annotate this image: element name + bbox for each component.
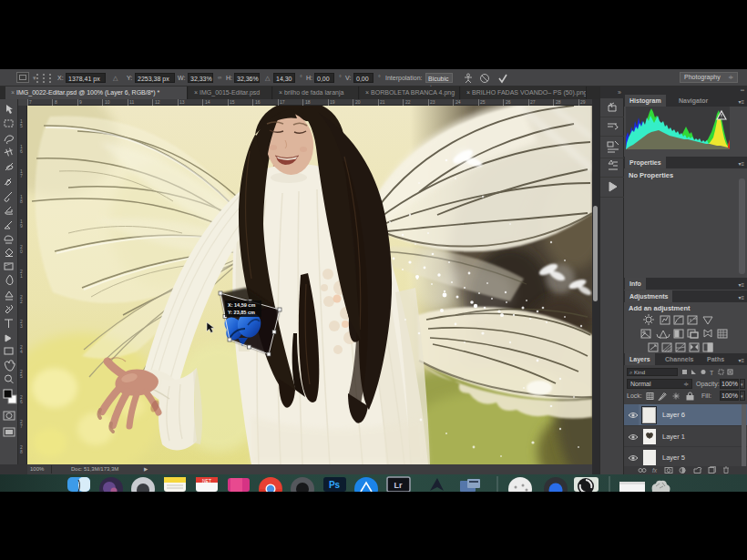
svg-text:T: T bbox=[710, 370, 714, 376]
svg-text:Lr: Lr bbox=[394, 481, 403, 490]
svg-text:X: 14,59 cm: X: 14,59 cm bbox=[228, 302, 255, 308]
svg-text:Ps: Ps bbox=[329, 480, 341, 490]
svg-text:Y: 23,85 cm: Y: 23,85 cm bbox=[228, 310, 255, 315]
svg-text:NET: NET bbox=[202, 478, 211, 484]
svg-text:fx: fx bbox=[652, 467, 658, 473]
